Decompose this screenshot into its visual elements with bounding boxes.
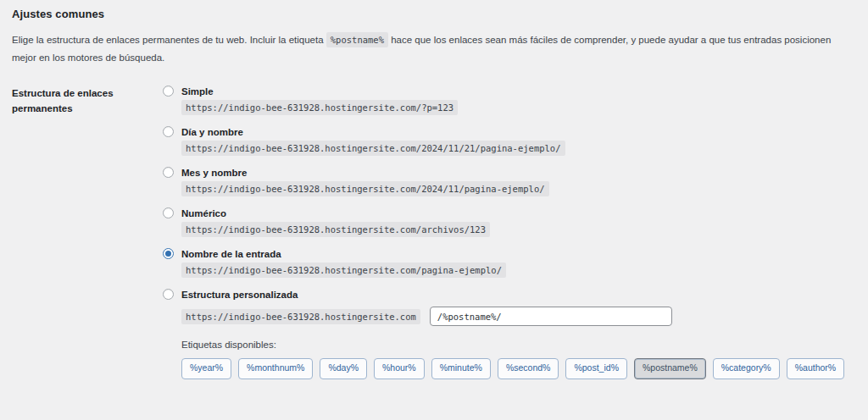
example-url-wrap: https://indigo-bee-631928.hostingersite.…	[181, 102, 856, 113]
example-url-wrap: https://indigo-bee-631928.hostingersite.…	[181, 143, 856, 153]
example-url-wrap: https://indigo-bee-631928.hostingersite.…	[181, 224, 856, 235]
permalink-option-row[interactable]: Estructura personalizada	[163, 289, 856, 300]
option-label: Numérico	[181, 208, 226, 218]
permalink-option-row[interactable]: Numérico	[163, 207, 856, 218]
permalink-option-row[interactable]: Mes y nombre	[163, 167, 856, 178]
tag-button-minute[interactable]: %minute%	[431, 358, 491, 379]
permalink-structure-row: Estructura de enlaces permanentes Simple…	[12, 86, 856, 393]
radio-post-name[interactable]	[163, 248, 174, 259]
section-title: Ajustes comunes	[12, 8, 856, 20]
permalink-settings-section: Ajustes comunes Elige la estructura de e…	[0, 0, 868, 393]
permalink-option-row[interactable]: Día y nombre	[163, 126, 856, 137]
radio-month-name[interactable]	[163, 167, 174, 178]
option-label: Mes y nombre	[181, 168, 247, 178]
permalink-option-row[interactable]: Nombre de la entrada	[163, 248, 856, 259]
permalink-options-list: Simple https://indigo-bee-631928.hosting…	[163, 86, 856, 393]
permalink-option-simple: Simple https://indigo-bee-631928.hosting…	[163, 86, 856, 113]
field-label: Estructura de enlaces permanentes	[12, 86, 163, 393]
tag-button-year[interactable]: %year%	[181, 358, 231, 379]
example-url: https://indigo-bee-631928.hostingersite.…	[181, 181, 549, 196]
description-text-before: Elige la estructura de enlaces permanent…	[12, 35, 326, 45]
available-tags-label: Etiquetas disponibles:	[181, 340, 856, 350]
radio-day-name[interactable]	[163, 126, 174, 137]
permalink-option-month-name: Mes y nombre https://indigo-bee-631928.h…	[163, 167, 856, 194]
example-url-wrap: https://indigo-bee-631928.hostingersite.…	[181, 265, 856, 275]
tag-button-second[interactable]: %second%	[498, 358, 559, 379]
tag-button-postname[interactable]: %postname%	[634, 358, 706, 379]
tag-button-monthnum[interactable]: %monthnum%	[238, 358, 313, 379]
example-url: https://indigo-bee-631928.hostingersite.…	[181, 222, 490, 237]
permalink-option-custom: Estructura personalizada https://indigo-…	[163, 289, 856, 379]
option-label: Día y nombre	[181, 127, 243, 137]
radio-numeric[interactable]	[163, 207, 174, 218]
permalink-option-row[interactable]: Simple	[163, 86, 856, 97]
custom-base-url: https://indigo-bee-631928.hostingersite.…	[181, 309, 420, 324]
tag-button-category[interactable]: %category%	[713, 358, 780, 379]
section-description: Elige la estructura de enlaces permanent…	[12, 31, 856, 66]
tag-button-day[interactable]: %day%	[320, 358, 367, 379]
available-tags: %year% %monthnum% %day% %hour% %minute% …	[181, 358, 856, 379]
example-url: https://indigo-bee-631928.hostingersite.…	[181, 141, 565, 156]
permalink-option-numeric: Numérico https://indigo-bee-631928.hosti…	[163, 207, 856, 235]
tag-button-post_id[interactable]: %post_id%	[565, 358, 627, 379]
tag-button-hour[interactable]: %hour%	[374, 358, 425, 379]
inline-postname-code: %postname%	[326, 32, 388, 47]
radio-custom[interactable]	[163, 289, 174, 300]
custom-structure-row: https://indigo-bee-631928.hostingersite.…	[181, 307, 856, 326]
option-label: Nombre de la entrada	[181, 249, 281, 259]
option-label: Simple	[181, 86, 214, 97]
example-url: https://indigo-bee-631928.hostingersite.…	[181, 100, 458, 115]
permalink-option-day-name: Día y nombre https://indigo-bee-631928.h…	[163, 126, 856, 153]
radio-simple[interactable]	[163, 86, 174, 97]
permalink-option-post-name: Nombre de la entrada https://indigo-bee-…	[163, 248, 856, 275]
option-label: Estructura personalizada	[181, 290, 298, 300]
tag-button-author[interactable]: %author%	[787, 358, 844, 379]
custom-structure-input[interactable]	[430, 307, 672, 326]
example-url-wrap: https://indigo-bee-631928.hostingersite.…	[181, 184, 856, 194]
example-url: https://indigo-bee-631928.hostingersite.…	[181, 262, 506, 278]
